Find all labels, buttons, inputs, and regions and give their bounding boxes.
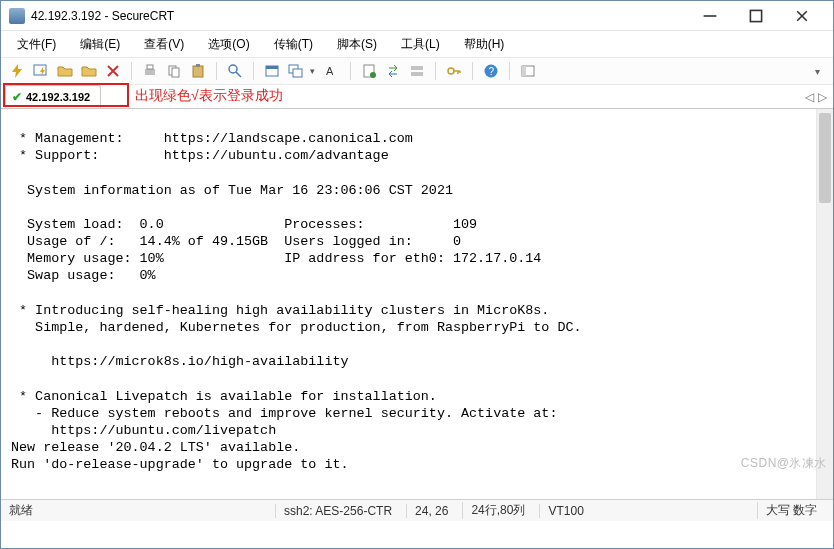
menubar: 文件(F) 编辑(E) 查看(V) 选项(O) 传输(T) 脚本(S) 工具(L… xyxy=(1,31,833,57)
text-icon: A xyxy=(324,63,340,79)
terminal-line: Memory usage: 10% IP address for eth0: 1… xyxy=(11,251,541,266)
tab-next[interactable]: ▷ xyxy=(818,90,827,104)
terminal-line: Run 'do-release-upgrade' to upgrade to i… xyxy=(11,457,349,472)
server-button[interactable] xyxy=(407,61,427,81)
toolbar: ▾ A ? ▾ xyxy=(1,57,833,85)
session-opts-button[interactable] xyxy=(262,61,282,81)
svg-point-8 xyxy=(229,65,237,73)
toolbar-sep-3 xyxy=(253,62,254,80)
log-button[interactable] xyxy=(359,61,379,81)
folder-lightning-icon xyxy=(57,63,73,79)
window-icon xyxy=(264,63,280,79)
terminal-line: Swap usage: 0% xyxy=(11,268,156,283)
terminal-line: System load: 0.0 Processes: 109 xyxy=(11,217,477,232)
toolbar-sep-4 xyxy=(350,62,351,80)
terminal-line: * Introducing self-healing high availabi… xyxy=(11,303,549,318)
toolbar-sep-5 xyxy=(435,62,436,80)
panel-icon xyxy=(520,63,536,79)
toolbar-sep-7 xyxy=(509,62,510,80)
watermark: CSDN@氷凍水 xyxy=(741,456,827,471)
check-icon: ✔ xyxy=(12,90,22,104)
server-icon xyxy=(409,63,425,79)
scrollbar-thumb[interactable] xyxy=(819,113,831,203)
tab-prev[interactable]: ◁ xyxy=(805,90,814,104)
svg-rect-22 xyxy=(522,66,526,76)
annotation-text: 出现绿色√表示登录成功 xyxy=(135,87,283,105)
minimize-button[interactable] xyxy=(687,1,733,31)
toolbar-sep-2 xyxy=(216,62,217,80)
lightning-icon xyxy=(9,63,25,79)
status-ready: 就绪 xyxy=(9,502,33,519)
svg-rect-6 xyxy=(193,66,203,77)
status-protocol: ssh2: AES-256-CTR xyxy=(275,504,400,518)
stop-button[interactable] xyxy=(103,61,123,81)
terminal-line: * Canonical Livepatch is available for i… xyxy=(11,389,437,404)
tab-nav: ◁ ▷ xyxy=(805,85,833,108)
toolbar-sep-1 xyxy=(131,62,132,80)
terminal-line: - Reduce system reboots and improve kern… xyxy=(11,406,557,421)
terminal-line: Usage of /: 14.4% of 49.15GB Users logge… xyxy=(11,234,461,249)
menu-view[interactable]: 查看(V) xyxy=(138,34,190,55)
maximize-button[interactable] xyxy=(733,1,779,31)
text-button[interactable]: A xyxy=(322,61,342,81)
terminal-line: New release '20.04.2 LTS' available. xyxy=(11,440,300,455)
toolbar-sep-6 xyxy=(472,62,473,80)
status-caps: 大写 数字 xyxy=(757,502,825,519)
dropdown-icon[interactable]: ▾ xyxy=(310,66,318,76)
close-button[interactable] xyxy=(779,1,825,31)
minimize-icon xyxy=(702,8,718,24)
menu-transfer[interactable]: 传输(T) xyxy=(268,34,319,55)
quick-connect-button[interactable] xyxy=(31,61,51,81)
svg-rect-16 xyxy=(411,66,423,70)
arrows-icon xyxy=(385,63,401,79)
xfer-button[interactable] xyxy=(383,61,403,81)
folder-icon xyxy=(81,63,97,79)
x-icon xyxy=(105,63,121,79)
svg-rect-3 xyxy=(147,65,153,69)
tabbar: ✔ 42.192.3.192 出现绿色√表示登录成功 ◁ ▷ xyxy=(1,85,833,109)
connect-button[interactable] xyxy=(7,61,27,81)
status-emulation: VT100 xyxy=(539,504,591,518)
app-icon xyxy=(9,8,25,24)
session-tab[interactable]: ✔ 42.192.3.192 xyxy=(5,85,101,108)
menu-edit[interactable]: 编辑(E) xyxy=(74,34,126,55)
print-button[interactable] xyxy=(140,61,160,81)
disconnect-button[interactable] xyxy=(79,61,99,81)
svg-rect-10 xyxy=(266,66,278,69)
help-button[interactable]: ? xyxy=(481,61,501,81)
menu-tools[interactable]: 工具(L) xyxy=(395,34,446,55)
svg-rect-12 xyxy=(293,69,302,77)
help-icon: ? xyxy=(483,63,499,79)
paste-button[interactable] xyxy=(188,61,208,81)
toggle-button[interactable] xyxy=(518,61,538,81)
svg-point-18 xyxy=(448,68,454,74)
toolbar-overflow[interactable]: ▾ xyxy=(807,61,827,81)
windows-icon xyxy=(288,63,304,79)
copy-icon xyxy=(166,63,182,79)
paste-icon xyxy=(190,63,206,79)
titlebar: 42.192.3.192 - SecureCRT xyxy=(1,1,833,31)
menu-script[interactable]: 脚本(S) xyxy=(331,34,383,55)
printer-icon xyxy=(142,63,158,79)
status-cursor-pos: 24, 26 xyxy=(406,504,456,518)
reconnect-button[interactable] xyxy=(55,61,75,81)
window-lightning-icon xyxy=(33,63,49,79)
copy-button[interactable] xyxy=(164,61,184,81)
menu-options[interactable]: 选项(O) xyxy=(202,34,255,55)
svg-point-15 xyxy=(370,72,376,78)
key-button[interactable] xyxy=(444,61,464,81)
terminal-scrollbar[interactable] xyxy=(816,109,833,499)
svg-rect-2 xyxy=(145,69,155,75)
menu-file[interactable]: 文件(F) xyxy=(11,34,62,55)
statusbar: 就绪 ssh2: AES-256-CTR 24, 26 24行,80列 VT10… xyxy=(1,499,833,521)
terminal-line: https://ubuntu.com/livepatch xyxy=(11,423,276,438)
find-button[interactable] xyxy=(225,61,245,81)
terminal[interactable]: * Management: https://landscape.canonica… xyxy=(1,109,833,499)
svg-text:?: ? xyxy=(489,66,495,77)
search-icon xyxy=(227,63,243,79)
session-opts2-button[interactable] xyxy=(286,61,306,81)
menu-help[interactable]: 帮助(H) xyxy=(458,34,511,55)
maximize-icon xyxy=(748,8,764,24)
window-title: 42.192.3.192 - SecureCRT xyxy=(31,9,174,23)
terminal-line: System information as of Tue Mar 16 23:0… xyxy=(11,183,453,198)
